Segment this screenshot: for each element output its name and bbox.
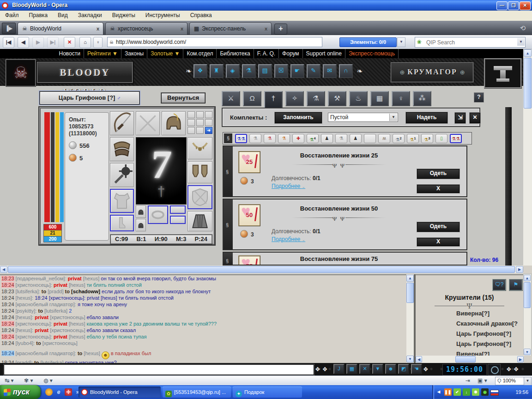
slot-boots[interactable]	[110, 215, 134, 231]
nav-link-Форум[interactable]: Форум	[279, 49, 302, 58]
menu-Вид[interactable]: Вид	[53, 11, 73, 20]
ignore-icon[interactable]: ☚	[411, 364, 422, 374]
maximize-button[interactable]: ❐	[508, 1, 519, 10]
item-equip-button[interactable]: Одеть	[417, 222, 460, 232]
quick-slot-7[interactable]	[196, 127, 204, 134]
nav-link-Законы[interactable]: Законы	[121, 49, 147, 58]
library-icon[interactable]: ▤	[258, 64, 272, 78]
tray-download-icon[interactable]: ↓	[463, 388, 470, 396]
menu-Закладки[interactable]: Закладки	[73, 11, 107, 20]
nav-link-Экспресс-помощь[interactable]: Экспресс-помощь	[345, 49, 399, 58]
chat-username[interactable]: [христоносець]	[48, 327, 86, 333]
chat-input[interactable]	[4, 364, 314, 375]
search-input[interactable]	[425, 38, 515, 47]
closed-tabs-icon[interactable]: ⟲	[517, 23, 528, 33]
tab-potions[interactable]: ⚗	[307, 91, 325, 106]
chat-username[interactable]: [hexus]	[82, 351, 102, 356]
slot-helmet[interactable]	[162, 111, 186, 135]
mail-icon[interactable]: ✉	[323, 64, 337, 78]
language-flag-icon[interactable]	[490, 390, 499, 396]
filter-empty[interactable]	[364, 134, 376, 143]
slot-gauntlets[interactable]	[187, 161, 212, 183]
item-equip-button[interactable]: Одеть	[417, 169, 460, 179]
item-icon-scroll[interactable]: ♥75	[238, 255, 260, 266]
quick-slot-0[interactable]	[187, 111, 195, 118]
chat-username[interactable]: [hexus]	[67, 282, 87, 288]
shield-icon[interactable]: ◈	[226, 64, 240, 78]
chat-username[interactable]: [lutsiferka]:	[14, 289, 42, 294]
chat-scroll-down-icon[interactable]: ▼	[406, 356, 414, 363]
nav-link-Ком.отдел[interactable]: Ком.отдел	[183, 49, 217, 58]
chat-username[interactable]: [lyubo4]:	[14, 340, 36, 346]
scroll-right-icon[interactable]: ▶	[516, 266, 523, 273]
set-select[interactable]: Пустой▼	[328, 113, 398, 122]
filter-gray-flask[interactable]: ⚗	[249, 134, 261, 143]
tab-misc[interactable]: ⁂	[413, 91, 431, 106]
menu-Инструменты[interactable]: Инструменты	[140, 11, 185, 20]
clan-scroll-up-icon[interactable]: ▲	[524, 275, 531, 281]
chat-username[interactable]: [христоносець]	[48, 314, 86, 320]
filter-orange-flask[interactable]: ⚗	[278, 134, 290, 143]
filter-red-flasks[interactable]: ⚗⚗	[450, 134, 462, 143]
quick-slot-4[interactable]	[196, 119, 204, 126]
chat-username[interactable]: [hexus]:	[14, 295, 35, 301]
zoom-dropdown[interactable]: ▼	[524, 377, 532, 386]
quick-slot-6[interactable]	[187, 127, 195, 134]
item-remove-button[interactable]: X	[417, 184, 460, 193]
filter-red-flask[interactable]: ⚗	[264, 134, 276, 143]
filter-blue-flasks[interactable]: ⚗⚗	[235, 134, 247, 143]
quicklaunch-shield-icon[interactable]: ✚	[65, 388, 72, 396]
filter-gold-potion-3[interactable]: ⚗3	[421, 134, 433, 143]
new-tab-button[interactable]: +	[274, 24, 287, 35]
smileys-icon[interactable]: ☻	[385, 364, 396, 374]
tab-resources[interactable]: ▦	[370, 91, 389, 106]
scroll-icon[interactable]: ✎	[307, 64, 320, 78]
tab-close-icon[interactable]: x	[181, 23, 183, 35]
page-vscrollbar[interactable]: ▲ ▼	[523, 49, 532, 273]
vscroll-thumb[interactable]	[524, 58, 532, 109]
tab-jewelry[interactable]: ✧	[285, 91, 304, 106]
tray-chevron-icon[interactable]: ◀	[435, 388, 442, 396]
filter-green-vial[interactable]: ▯	[435, 134, 447, 143]
chat-username[interactable]: [христоносець]:	[14, 282, 54, 288]
clan-flag-button[interactable]: ⚑	[509, 279, 523, 291]
clan-member[interactable]: Виверна[?]	[456, 308, 518, 319]
tray-guard-icon[interactable]: ◉	[481, 388, 489, 396]
slot-necklace[interactable]	[187, 137, 212, 159]
font-grid-icon[interactable]: ▦	[346, 364, 357, 374]
nav-link-Библиотека[interactable]: Библиотека	[217, 49, 254, 58]
chat-username[interactable]: [краснобелый гладиатор]:	[14, 351, 78, 356]
menu-Правка[interactable]: Правка	[24, 11, 53, 20]
images-icon[interactable]: ◍ ▾	[43, 377, 53, 384]
fast-forward-button[interactable]: ▶|	[47, 37, 59, 48]
chat-username[interactable]: [psykitty]:	[14, 308, 38, 314]
clan-hscroll-thumb[interactable]	[455, 356, 476, 363]
filter-red-cross[interactable]: ✚	[292, 134, 304, 143]
quick-slot-arrow-icon[interactable]: ➜	[205, 127, 212, 134]
home-button[interactable]: ⌂	[79, 37, 91, 48]
clan-scroll-right-icon[interactable]: ▶	[517, 356, 524, 363]
chat-username[interactable]: [pradd]	[46, 289, 65, 294]
quicklaunch-ie-icon[interactable]: e	[55, 388, 62, 396]
tab-close-icon[interactable]: x	[265, 23, 267, 35]
item-icon-scroll[interactable]: ♥25	[238, 151, 260, 173]
slot-bow[interactable]	[110, 111, 134, 135]
tab-close-icon[interactable]: x	[97, 23, 99, 35]
sync-icon[interactable]: ↹ ▾	[5, 377, 13, 384]
slot-skirt[interactable]	[187, 211, 212, 231]
elements-button[interactable]: Элементы: 0/0	[339, 37, 397, 47]
select-dropdown-icon[interactable]: ▼	[389, 114, 397, 121]
elements-dropdown[interactable]: ▼	[397, 37, 405, 47]
nav-link-F. A. Q.[interactable]: F. A. Q.	[254, 49, 279, 58]
chat-vscrollbar[interactable]: ▲ ▼	[406, 274, 414, 363]
clan-scroll-down-icon[interactable]: ▼	[524, 349, 531, 355]
image-toggle-icon[interactable]: ▣ ▾	[478, 377, 487, 384]
clear-set-button[interactable]: ✕	[469, 112, 481, 124]
task-BloodyWorld - Opera[interactable]: BloodyWorld - Opera	[79, 387, 161, 398]
item-icon-scroll[interactable]: ♥50	[238, 204, 260, 226]
export-set-button[interactable]: ⇲	[454, 112, 466, 124]
tab-BloodyWorld[interactable]: ☠BloodyWorldx	[18, 22, 103, 35]
zoom-box[interactable]: Ϙ 100%	[495, 377, 526, 385]
chat-vscroll-thumb[interactable]	[406, 283, 414, 303]
tray-pause-icon[interactable]: ❚❚	[444, 388, 452, 396]
